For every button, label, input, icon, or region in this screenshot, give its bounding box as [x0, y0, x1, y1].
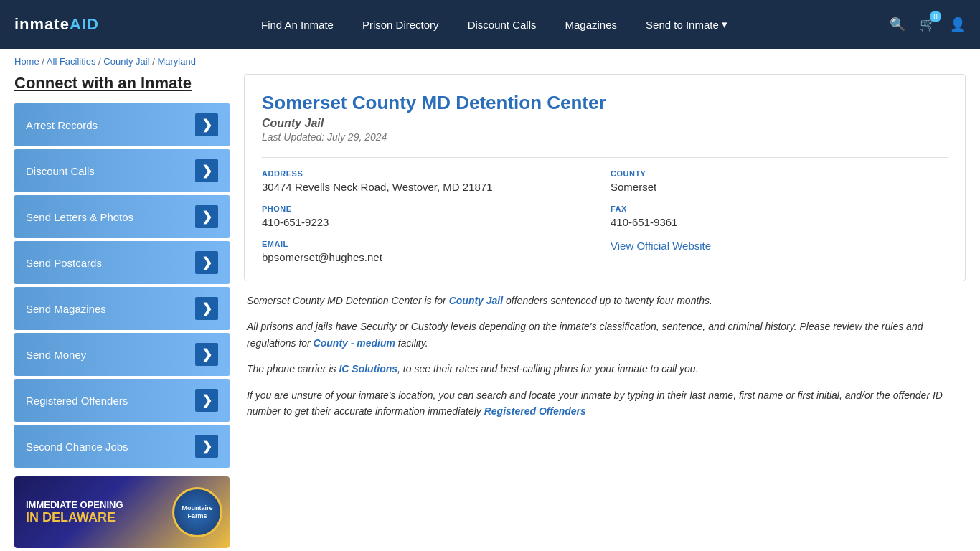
- county-label: COUNTY: [611, 169, 948, 178]
- info-grid: ADDRESS 30474 Revells Neck Road, Westove…: [262, 157, 948, 263]
- breadcrumb-home[interactable]: Home: [14, 56, 39, 67]
- header: inmateAID Find An Inmate Prison Director…: [0, 0, 980, 49]
- fax-value: 410-651-9361: [611, 216, 948, 228]
- sidebar-item-registered-offenders[interactable]: Registered Offenders ❯: [14, 379, 230, 422]
- sidebar-item-arrest-records[interactable]: Arrest Records ❯: [14, 103, 230, 146]
- fax-block: FAX 410-651-9361: [611, 204, 948, 228]
- arrow-icon: ❯: [195, 343, 218, 366]
- ic-solutions-link[interactable]: IC Solutions: [339, 363, 397, 375]
- cart-icon[interactable]: 🛒 0: [920, 17, 936, 32]
- arrow-icon: ❯: [195, 389, 218, 412]
- ad-logo: Mountaire Farms: [172, 487, 222, 537]
- fax-label: FAX: [611, 204, 948, 213]
- main-nav: Find An Inmate Prison Directory Discount…: [99, 18, 890, 31]
- logo-text: inmateAID: [14, 15, 99, 34]
- address-block: ADDRESS 30474 Revells Neck Road, Westove…: [262, 169, 599, 193]
- email-block: EMAIL bpsomerset@hughes.net: [262, 240, 599, 263]
- ad-banner[interactable]: IMMEDIATE OPENING IN DELAWARE Mountaire …: [14, 476, 230, 548]
- description-para2: All prisons and jails have Security or C…: [247, 319, 963, 351]
- main-content: Somerset County MD Detention Center Coun…: [244, 74, 966, 548]
- facility-card: Somerset County MD Detention Center Coun…: [244, 74, 966, 281]
- phone-value: 410-651-9223: [262, 216, 599, 228]
- breadcrumb-county-jail[interactable]: County Jail: [103, 56, 149, 67]
- breadcrumb: Home / All Facilities / County Jail / Ma…: [0, 49, 980, 74]
- user-icon[interactable]: 👤: [950, 17, 966, 32]
- facility-type: County Jail: [262, 117, 948, 130]
- sidebar-item-send-magazines[interactable]: Send Magazines ❯: [14, 287, 230, 330]
- description-section: Somerset County MD Detention Center is f…: [244, 293, 966, 419]
- ad-text: IMMEDIATE OPENING IN DELAWARE: [26, 499, 123, 525]
- description-para3: The phone carrier is IC Solutions, to se…: [247, 361, 963, 377]
- arrow-icon: ❯: [195, 159, 218, 182]
- phone-block: PHONE 410-651-9223: [262, 204, 599, 228]
- description-para1: Somerset County MD Detention Center is f…: [247, 293, 963, 309]
- phone-label: PHONE: [262, 204, 599, 213]
- search-icon[interactable]: 🔍: [890, 17, 905, 32]
- facility-name: Somerset County MD Detention Center: [262, 92, 948, 114]
- county-jail-link[interactable]: County Jail: [449, 295, 503, 306]
- sidebar-title: Connect with an Inmate: [14, 74, 230, 93]
- facility-updated: Last Updated: July 29, 2024: [262, 131, 948, 143]
- arrow-icon: ❯: [195, 251, 218, 274]
- county-block: COUNTY Somerset: [611, 169, 948, 193]
- ad-logo-area: Mountaire Farms: [172, 487, 222, 537]
- email-value: bpsomerset@hughes.net: [262, 251, 599, 263]
- cart-badge: 0: [930, 11, 941, 22]
- view-official-website-link[interactable]: View Official Website: [611, 240, 711, 252]
- arrow-icon: ❯: [195, 205, 218, 228]
- nav-discount-calls[interactable]: Discount Calls: [468, 19, 537, 31]
- arrow-icon: ❯: [195, 297, 218, 320]
- nav-prison-directory[interactable]: Prison Directory: [362, 19, 439, 31]
- address-value: 30474 Revells Neck Road, Westover, MD 21…: [262, 181, 599, 193]
- county-value: Somerset: [611, 181, 948, 193]
- county-medium-link[interactable]: County - medium: [314, 337, 395, 349]
- nav-send-to-inmate[interactable]: Send to Inmate ▾: [646, 18, 727, 31]
- sidebar-item-send-money[interactable]: Send Money ❯: [14, 333, 230, 376]
- arrow-icon: ❯: [195, 435, 218, 458]
- nav-magazines[interactable]: Magazines: [565, 19, 618, 31]
- header-icons: 🔍 🛒 0 👤: [890, 17, 966, 32]
- description-para4: If you are unsure of your inmate's locat…: [247, 387, 963, 420]
- logo[interactable]: inmateAID: [14, 15, 99, 34]
- sidebar: Connect with an Inmate Arrest Records ❯ …: [14, 74, 230, 548]
- main-layout: Connect with an Inmate Arrest Records ❯ …: [0, 74, 980, 551]
- sidebar-item-send-letters-photos[interactable]: Send Letters & Photos ❯: [14, 195, 230, 238]
- sidebar-menu: Arrest Records ❯ Discount Calls ❯ Send L…: [14, 103, 230, 468]
- breadcrumb-maryland[interactable]: Maryland: [157, 56, 195, 67]
- breadcrumb-all-facilities[interactable]: All Facilities: [47, 56, 96, 67]
- email-label: EMAIL: [262, 240, 599, 248]
- sidebar-item-discount-calls[interactable]: Discount Calls ❯: [14, 149, 230, 192]
- sidebar-item-send-postcards[interactable]: Send Postcards ❯: [14, 241, 230, 284]
- nav-find-inmate[interactable]: Find An Inmate: [261, 19, 334, 31]
- arrow-icon: ❯: [195, 113, 218, 136]
- address-label: ADDRESS: [262, 169, 599, 178]
- sidebar-item-second-chance-jobs[interactable]: Second Chance Jobs ❯: [14, 425, 230, 468]
- registered-offenders-link[interactable]: Registered Offenders: [484, 405, 586, 417]
- website-block: View Official Website: [611, 240, 948, 263]
